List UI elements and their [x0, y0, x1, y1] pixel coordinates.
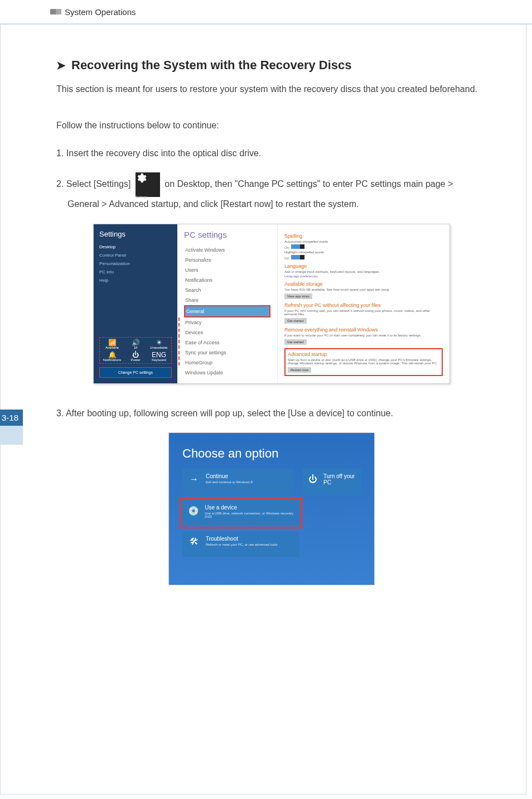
disc-icon: 💿 — [188, 504, 199, 517]
settings-tile-label: Settings — [136, 195, 148, 199]
step-3: 3. After booting up, following screen wi… — [56, 406, 487, 421]
nav-users[interactable]: Users — [184, 265, 270, 275]
advanced-startup-box: Advanced startup Start up from a device … — [284, 348, 443, 376]
tile-device-title: Use a device — [205, 504, 294, 511]
tile-troubleshoot-sub: Refresh or reset your PC, or use advance… — [206, 543, 277, 546]
tile-turn-off[interactable]: ⏻ Turn off your PC — [303, 469, 361, 494]
remove-get-started-button[interactable]: Get started — [284, 339, 307, 345]
tile-continue-sub: Exit and continue to Windows 8 — [206, 480, 253, 484]
nav-notifications[interactable]: Notifications — [184, 275, 270, 285]
figure-pc-settings: Settings Desktop Control Panel Personali… — [93, 224, 450, 384]
nav-homegroup[interactable]: HomeGroup — [184, 358, 270, 368]
autocorrect-toggle-row: On — [284, 244, 443, 249]
instruction-lead: Follow the instructions below to continu… — [56, 119, 487, 133]
network-icon[interactable]: 📶Available — [101, 339, 123, 349]
remove-sub: If you want to recycle your PC or start … — [284, 334, 443, 337]
choose-option-title: Choose an option — [182, 446, 361, 461]
notifications-icon[interactable]: 🔔Notifications — [101, 352, 123, 362]
tools-icon: 🛠 — [188, 536, 200, 548]
restart-now-button[interactable]: Restart now — [288, 367, 311, 373]
pc-settings-title: PC settings — [184, 230, 270, 239]
charm-link-personalization[interactable]: Personalization — [99, 261, 172, 266]
volume-icon[interactable]: 🔊10 — [125, 339, 146, 349]
tile-continue[interactable]: → Continue Exit and continue to Windows … — [182, 469, 293, 494]
highlight-toggle-row: On — [284, 255, 443, 260]
step-1: 1. Insert the recovery disc into the opt… — [56, 146, 487, 161]
nav-windows-update[interactable]: Windows Update — [184, 368, 270, 378]
arrow-icon: ➤ — [56, 59, 66, 72]
language-heading: Language — [284, 263, 443, 269]
charm-link-control-panel[interactable]: Control Panel — [99, 253, 172, 258]
nav-privacy[interactable]: Privacy — [184, 317, 270, 328]
change-pc-settings-button[interactable]: Change PC settings — [99, 367, 172, 378]
chapter-marker — [50, 9, 61, 15]
page-content: 3-18 ➤Recovering the System with the Rec… — [0, 25, 526, 795]
tile-continue-title: Continue — [206, 473, 253, 479]
step-2-text-a: 2. Select [Settings] — [56, 179, 133, 189]
storage-sub: You have 416 GB available. See how much … — [284, 288, 443, 291]
tile-use-a-device[interactable]: 💿 Use a device Use a USB drive, network … — [182, 500, 299, 526]
highlight-toggle[interactable] — [291, 255, 304, 259]
language-sub: Add or change input methods, keyboard la… — [284, 270, 443, 273]
refresh-heading: Refresh your PC without affecting your f… — [284, 302, 443, 308]
autocorrect-label: Autocorrect misspelled words — [284, 240, 443, 243]
charm-link-desktop[interactable]: Desktop — [99, 244, 172, 249]
advanced-startup-heading: Advanced startup — [288, 352, 439, 357]
charm-link-help[interactable]: Help — [99, 278, 172, 283]
refresh-sub: If your PC isn't running well, you can r… — [284, 309, 443, 316]
page-number: 3-18 — [0, 410, 23, 426]
chapter-title: System Operations — [61, 0, 144, 25]
nav-personalize[interactable]: Personalize — [184, 255, 270, 265]
power-icon[interactable]: ⏻Power — [125, 352, 146, 362]
arrow-right-icon: → — [188, 473, 200, 485]
intro-paragraph: This section is meant for users to resto… — [56, 83, 487, 97]
keyboard-icon[interactable]: ENGKeyboard — [148, 352, 170, 362]
pc-settings-detail: Spelling Autocorrect misspelled words On… — [278, 224, 449, 383]
spelling-heading: Spelling — [284, 233, 443, 239]
pc-settings-nav: PC settings Activate Windows Personalize… — [177, 224, 278, 383]
settings-charm-tile: Settings — [136, 172, 160, 197]
tile-device-sub: Use a USB drive, network connection, or … — [205, 512, 294, 518]
view-app-sizes-button[interactable]: View app sizes — [284, 293, 312, 299]
nav-activate-windows[interactable]: Activate Windows — [184, 245, 270, 255]
section-heading-text: Recovering the System with the Recovery … — [71, 58, 352, 72]
chapter-header: System Operations — [0, 0, 532, 25]
nav-general[interactable]: General — [184, 305, 270, 317]
charm-link-pc-info[interactable]: PC info — [99, 269, 172, 275]
language-preferences-link[interactable]: Language preferences — [284, 275, 443, 278]
step-2: 2. Select [Settings] Settings on Desktop… — [56, 172, 487, 211]
nav-share[interactable]: Share — [184, 295, 270, 305]
gear-icon — [136, 172, 147, 184]
brightness-icon[interactable]: ☀Unavailable — [148, 339, 170, 349]
charm-title: Settings — [99, 230, 172, 238]
power-off-icon: ⏻ — [308, 473, 318, 485]
highlight-label: Highlight misspelled words — [284, 251, 443, 254]
advanced-startup-sub: Start up from a device or disc (such as … — [288, 358, 439, 365]
autocorrect-toggle[interactable] — [291, 244, 304, 249]
tile-troubleshoot[interactable]: 🛠 Troubleshoot Refresh or reset your PC,… — [182, 531, 299, 557]
remove-heading: Remove everything and reinstall Windows — [284, 327, 443, 333]
nav-ease-of-access[interactable]: Ease of Access — [184, 338, 270, 348]
tile-troubleshoot-title: Troubleshoot — [206, 536, 277, 542]
figure-choose-option: Choose an option → Continue Exit and con… — [168, 432, 375, 585]
page-number-tab: 3-18 — [0, 410, 23, 445]
tile-turn-off-title: Turn off your PC — [323, 473, 355, 485]
nav-sync-settings[interactable]: Sync your settings — [184, 348, 270, 358]
nav-devices[interactable]: Devices — [184, 328, 270, 338]
section-heading: ➤Recovering the System with the Recovery… — [56, 58, 487, 73]
nav-search[interactable]: Search — [184, 285, 270, 295]
charm-quick-icons: 📶Available 🔊10 ☀Unavailable 🔔Notificatio… — [99, 337, 172, 364]
settings-charm-pane: Settings Desktop Control Panel Personali… — [94, 224, 177, 383]
refresh-get-started-button[interactable]: Get started — [284, 318, 307, 324]
storage-heading: Available storage — [284, 281, 443, 287]
